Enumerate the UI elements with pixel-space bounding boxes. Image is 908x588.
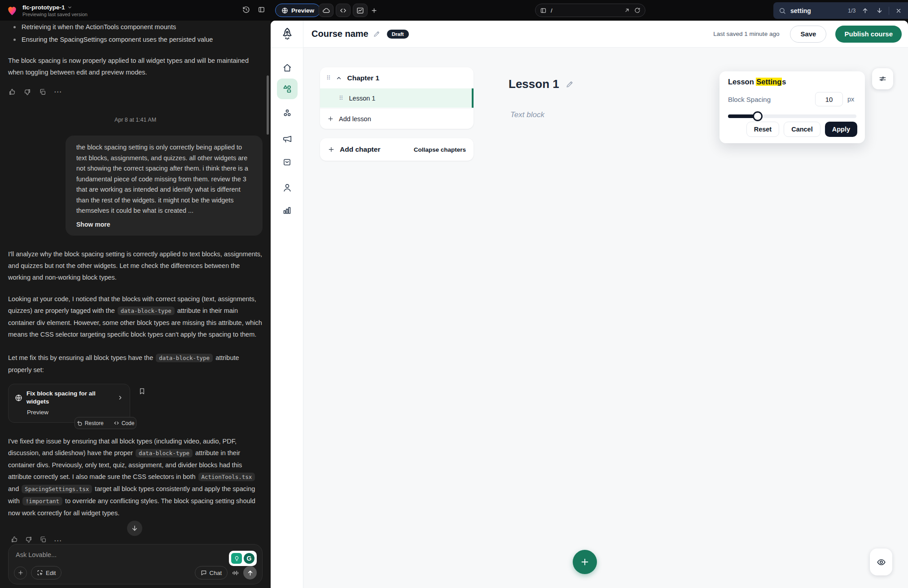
toggle-panel-icon[interactable]: [258, 6, 265, 13]
cloud-deploy-button[interactable]: [319, 4, 333, 17]
drag-handle-icon[interactable]: ⠿: [339, 95, 343, 101]
find-prev-button[interactable]: [860, 6, 870, 16]
rocket-logo-icon: [271, 27, 303, 40]
eye-icon: [877, 557, 886, 567]
edit-pencil-icon[interactable]: [566, 80, 574, 88]
block-spacing-slider[interactable]: [728, 114, 856, 118]
assistant-paragraph: Looking at your code, I noticed that the…: [8, 293, 263, 340]
add-block-fab[interactable]: [573, 550, 597, 574]
cloud-icon: [322, 7, 330, 14]
pages-icon: [540, 7, 547, 14]
block-spacing-slider-thumb[interactable]: [753, 111, 763, 121]
plus-icon: [327, 115, 334, 122]
edit-pencil-icon[interactable]: [373, 30, 381, 38]
copy-icon[interactable]: [39, 88, 47, 96]
sidebar-item-analytics[interactable]: [277, 200, 298, 220]
plus-icon: [328, 146, 335, 153]
find-input[interactable]: [790, 7, 843, 14]
app-header: Course name Draft Last saved 1 minute ag…: [303, 21, 908, 48]
reset-button[interactable]: Reset: [746, 122, 780, 137]
find-next-button[interactable]: [874, 6, 884, 16]
person-icon: [282, 183, 292, 193]
preview-url-bar[interactable]: /: [535, 4, 645, 17]
lesson-list-item[interactable]: ⠿ Lesson 1: [320, 88, 474, 108]
unit-label: px: [847, 96, 856, 103]
topbar: flc-prototype-1 Previewing last saved ve…: [0, 0, 908, 21]
plus-icon: [371, 7, 377, 14]
plus-icon: [18, 570, 24, 576]
edit-mode-button[interactable]: Edit: [31, 566, 61, 579]
project-brand[interactable]: flc-prototype-1 Previewing last saved ve…: [6, 4, 88, 17]
lesson-title: Lesson 1: [509, 77, 559, 91]
code-button[interactable]: Code: [114, 417, 135, 429]
grammarly-icon[interactable]: G: [244, 553, 254, 564]
cancel-button[interactable]: Cancel: [784, 122, 820, 137]
show-more-link[interactable]: Show more: [76, 219, 252, 230]
code-view-button[interactable]: [336, 4, 351, 17]
sidebar-item-store[interactable]: [277, 151, 298, 172]
chat-scroll-area[interactable]: Retrieving it when the ActionTools compo…: [0, 21, 271, 588]
divider: [889, 7, 889, 15]
new-tab-button[interactable]: [367, 4, 381, 17]
block-spacing-input[interactable]: [815, 92, 843, 106]
collapse-chapters-button[interactable]: Collapse chapters: [414, 146, 466, 153]
chat-input[interactable]: [16, 551, 186, 558]
circles-icon: [282, 108, 292, 118]
home-icon: [282, 63, 292, 73]
preview-eye-button[interactable]: [870, 549, 892, 575]
chat-mode-button[interactable]: Chat: [195, 566, 228, 579]
find-close-button[interactable]: [894, 6, 904, 16]
draft-status-badge: Draft: [387, 30, 409, 39]
restore-code-pill: Restore Code: [75, 417, 136, 429]
add-lesson-button[interactable]: Add lesson: [320, 108, 474, 129]
last-saved-text: Last saved 1 minute ago: [713, 31, 779, 37]
sidebar-item-courses[interactable]: [277, 79, 298, 99]
assistant-paragraph: The block spacing is now properly applie…: [8, 55, 263, 78]
add-chapter-card: Add chapter Collapse chapters: [320, 138, 474, 161]
chapter-title: Chapter 1: [347, 74, 380, 82]
arrow-up-icon: [247, 570, 254, 576]
bookmark-icon[interactable]: [138, 387, 146, 395]
thumbs-down-icon[interactable]: [23, 88, 31, 96]
url-path[interactable]: /: [551, 7, 620, 14]
publish-course-button[interactable]: Publish course: [835, 26, 902, 43]
chat-scrollbar[interactable]: [267, 75, 269, 135]
attach-button[interactable]: [14, 566, 27, 579]
suggestion-bulb-icon[interactable]: [231, 553, 242, 564]
settings-toggle-button[interactable]: [872, 68, 893, 89]
grammarly-widget[interactable]: G: [229, 551, 257, 566]
more-options-icon[interactable]: ⋯: [54, 88, 62, 96]
sidebar-item-announcements[interactable]: [277, 129, 298, 149]
block-spacing-label: Block Spacing: [728, 96, 815, 103]
lovable-logo-icon: [6, 5, 18, 17]
voice-input-icon[interactable]: [232, 569, 239, 577]
save-button[interactable]: Save: [790, 26, 826, 43]
preview-mode-button[interactable]: Preview: [275, 4, 320, 17]
send-button[interactable]: [243, 566, 257, 579]
history-icon[interactable]: [242, 6, 250, 13]
sidebar-item-community[interactable]: [277, 103, 298, 123]
project-name[interactable]: flc-prototype-1: [22, 4, 88, 11]
chapter-header-row[interactable]: ⠿ Chapter 1: [320, 67, 474, 88]
sidebar-item-home[interactable]: [277, 57, 298, 78]
bar-chart-icon: [282, 206, 292, 215]
restore-button[interactable]: Restore: [77, 417, 104, 429]
chevron-up-icon[interactable]: [336, 75, 342, 81]
app-preview: Course name Draft Last saved 1 minute ag…: [271, 21, 908, 588]
lesson-settings-popover: Lesson Settings Block Spacing px Reset C…: [719, 71, 865, 143]
assistant-paragraph: I've fixed the issue by ensuring that al…: [8, 435, 263, 519]
chat-panel: Retrieving it when the ActionTools compo…: [0, 21, 271, 588]
refresh-icon[interactable]: [634, 7, 640, 13]
assistant-message: I'll analyze why the block spacing setti…: [8, 248, 263, 519]
analytics-button[interactable]: [353, 4, 368, 17]
text-block-placeholder[interactable]: Text block: [510, 110, 544, 119]
thumbs-up-icon[interactable]: [8, 88, 16, 96]
scroll-to-bottom-button[interactable]: [127, 521, 142, 536]
shapes-icon: [282, 84, 292, 94]
drag-handle-icon[interactable]: ⠿: [326, 75, 330, 81]
sidebar-item-profile[interactable]: [277, 177, 298, 198]
open-external-icon[interactable]: [624, 7, 630, 13]
apply-button[interactable]: Apply: [825, 122, 857, 137]
add-chapter-button[interactable]: Add chapter: [340, 145, 409, 154]
app-sidebar-nav: [271, 21, 303, 588]
